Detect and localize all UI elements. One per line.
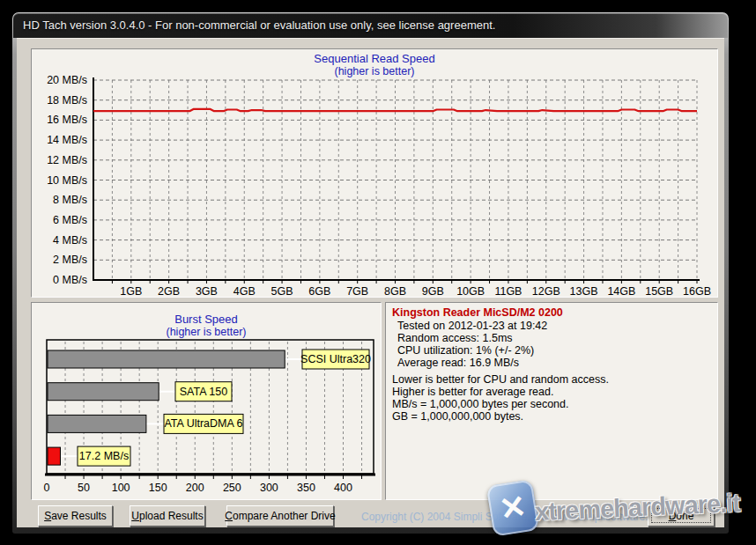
info-line: Random access: 1.5ms xyxy=(397,332,547,344)
svg-text:300: 300 xyxy=(260,482,278,494)
sequential-read-chart-panel: Sequential Read Speed (higher is better)… xyxy=(31,48,718,298)
svg-text:4GB: 4GB xyxy=(233,285,256,297)
svg-text:100: 100 xyxy=(112,482,130,494)
svg-text:11GB: 11GB xyxy=(494,285,522,297)
sequential-read-chart: 0 MB/s2 MB/s4 MB/s6 MB/s8 MB/s10 MB/s12 … xyxy=(32,49,717,297)
svg-text:2GB: 2GB xyxy=(158,285,180,297)
svg-text:16 MB/s: 16 MB/s xyxy=(47,114,87,126)
svg-text:14GB: 14GB xyxy=(607,285,635,297)
drive-info-panel: Kingston Reader MicSD/M2 0200 Tested on … xyxy=(385,302,718,500)
svg-text:10 MB/s: 10 MB/s xyxy=(47,174,87,187)
info-line: CPU utilization: 1% (+/- 2%) xyxy=(397,344,547,357)
svg-text:5GB: 5GB xyxy=(271,285,293,297)
svg-text:0 MB/s: 0 MB/s xyxy=(53,274,87,286)
svg-text:10GB: 10GB xyxy=(456,285,485,297)
save-results-button[interactable]: Save Results xyxy=(38,505,113,527)
svg-text:18 MB/s: 18 MB/s xyxy=(47,94,87,107)
burst-speed-chart: 050100150200250300350400SCSI Ultra320SAT… xyxy=(32,303,381,499)
info-line: Average read: 16.9 MB/s xyxy=(397,357,547,369)
svg-text:400: 400 xyxy=(334,482,352,494)
info-line: Lower is better for CPU and random acces… xyxy=(392,373,609,386)
svg-text:6GB: 6GB xyxy=(308,285,330,297)
drive-stats: Tested on 2012-01-23 at 19:42Random acce… xyxy=(397,320,547,369)
info-line: Tested on 2012-01-23 at 19:42 xyxy=(397,320,547,332)
svg-text:9GB: 9GB xyxy=(422,285,444,297)
svg-text:8 MB/s: 8 MB/s xyxy=(53,194,87,206)
svg-text:12 MB/s: 12 MB/s xyxy=(47,154,87,166)
window-titlebar[interactable]: HD Tach version 3.0.4.0 - For non-commer… xyxy=(13,13,728,38)
svg-text:17.2 MB/s: 17.2 MB/s xyxy=(79,450,129,462)
info-line: MB/s = 1,000,000 bytes per second. xyxy=(392,398,609,410)
svg-text:16GB: 16GB xyxy=(683,285,711,297)
window-client-area: Sequential Read Speed (higher is better)… xyxy=(17,38,724,527)
svg-text:SCSI Ultra320: SCSI Ultra320 xyxy=(300,353,371,365)
svg-text:2 MB/s: 2 MB/s xyxy=(53,254,87,266)
compare-another-drive-button[interactable]: Compare Another Drive xyxy=(226,505,334,527)
info-line: Higher is better for average read. xyxy=(392,386,609,398)
xtremehardware-logo-icon: ✕ xyxy=(486,479,539,536)
benchmark-notes: Lower is better for CPU and random acces… xyxy=(392,373,609,423)
svg-text:200: 200 xyxy=(186,482,204,494)
svg-text:150: 150 xyxy=(149,482,167,494)
drive-name: Kingston Reader MicSD/M2 0200 xyxy=(392,306,563,319)
svg-text:3GB: 3GB xyxy=(196,285,218,297)
svg-text:8GB: 8GB xyxy=(384,285,406,297)
svg-text:50: 50 xyxy=(78,482,90,494)
svg-text:14 MB/s: 14 MB/s xyxy=(47,134,87,146)
upload-results-button[interactable]: Upload Results xyxy=(130,505,205,527)
svg-text:20 MB/s: 20 MB/s xyxy=(47,74,87,86)
svg-text:SATA 150: SATA 150 xyxy=(180,386,227,398)
svg-text:ATA UltraDMA 6: ATA UltraDMA 6 xyxy=(164,417,242,430)
svg-text:4 MB/s: 4 MB/s xyxy=(53,234,87,247)
svg-text:13GB: 13GB xyxy=(570,285,598,297)
svg-text:250: 250 xyxy=(223,482,241,494)
svg-text:6 MB/s: 6 MB/s xyxy=(53,214,87,226)
svg-text:15GB: 15GB xyxy=(645,285,673,297)
burst-speed-chart-panel: Burst Speed (higher is better) 050100150… xyxy=(31,302,382,500)
svg-text:1GB: 1GB xyxy=(120,285,142,297)
svg-text:350: 350 xyxy=(297,482,315,494)
desktop: { "titlebar": { "title": "HD Tach versio… xyxy=(0,0,756,545)
hdtach-window: HD Tach version 3.0.4.0 - For non-commer… xyxy=(12,12,729,534)
info-line: GB = 1,000,000,000 bytes. xyxy=(392,410,609,423)
window-title: HD Tach version 3.0.4.0 - For non-commer… xyxy=(23,18,495,32)
svg-text:0: 0 xyxy=(44,482,50,494)
svg-text:7GB: 7GB xyxy=(346,285,368,297)
svg-text:12GB: 12GB xyxy=(532,285,560,297)
